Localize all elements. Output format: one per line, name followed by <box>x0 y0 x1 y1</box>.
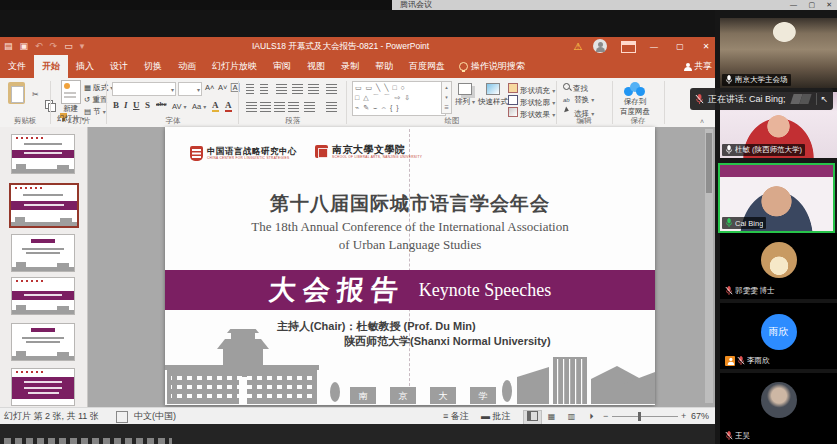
slide-thumbnail-4[interactable] <box>11 277 75 315</box>
change-case-icon[interactable]: Aa ▾ <box>192 102 206 111</box>
zoom-in-icon[interactable]: + <box>681 408 686 425</box>
tab-baidu-netdisk[interactable]: 百度网盘 <box>401 55 453 78</box>
reading-view-icon[interactable]: ▥ <box>563 410 580 423</box>
zoom-slider-thumb[interactable] <box>638 412 641 421</box>
justify-icon[interactable] <box>288 102 299 112</box>
shapes-gallery[interactable]: ▭ ▭ ╲ ╲ □ ○□ △ ⌒ ⌒ ⇨ ⇩⌁ ✎ ⌣ ⌢ { } <box>352 81 446 116</box>
participant-tile-cai-bing-active-speaker[interactable]: Cai Bing <box>718 163 835 233</box>
font-name-input[interactable]: ▾ <box>112 82 176 96</box>
tab-home[interactable]: 开始 <box>34 55 68 78</box>
undo-icon[interactable]: ↶ <box>35 37 43 55</box>
italic-icon[interactable]: I <box>124 100 128 110</box>
tab-help[interactable]: 帮助 <box>367 55 401 78</box>
tab-record[interactable]: 录制 <box>333 55 367 78</box>
tab-file[interactable]: 文件 <box>0 55 34 78</box>
shadow-icon[interactable]: S <box>145 100 150 110</box>
reset-button[interactable]: ↺ 重置 <box>84 95 107 105</box>
warning-icon[interactable]: ⚠ <box>571 37 585 55</box>
quick-styles-button[interactable]: 快速样式 <box>478 83 508 107</box>
slide-thumbnail-6[interactable] <box>11 368 75 406</box>
tab-view[interactable]: 视图 <box>299 55 333 78</box>
text-direction-icon[interactable] <box>326 84 337 94</box>
underline-icon[interactable]: U <box>133 100 140 110</box>
collapse-ribbon-icon[interactable]: ˄ <box>700 118 704 125</box>
tab-design[interactable]: 设计 <box>102 55 136 78</box>
grow-font-icon[interactable]: A˄ <box>205 83 214 92</box>
tab-animations[interactable]: 动画 <box>170 55 204 78</box>
slide-thumbnail-panel[interactable] <box>0 127 88 407</box>
bold-icon[interactable]: B <box>113 100 119 110</box>
save-to-baidu-button[interactable]: 保存到 百度网盘 <box>620 82 650 117</box>
meeting-close-icon[interactable]: ✕ <box>826 0 832 10</box>
slideshow-view-icon[interactable]: ⏵ <box>583 410 600 423</box>
slide-thumbnail-2-selected[interactable] <box>9 183 79 228</box>
align-text-icon[interactable] <box>326 102 337 112</box>
editing-area-scrollbar[interactable] <box>705 129 713 403</box>
shapes-gallery-scrollbar[interactable]: ▴▾☰ <box>441 81 452 114</box>
align-center-icon[interactable] <box>260 102 271 112</box>
participant-tile-guo-wenwen[interactable]: 郭雯雯 博士 <box>720 233 837 299</box>
participants-panel[interactable]: 南京大学主会场 杜敏 (陕西师范大学) Cai Bing 郭雯雯 博士 <box>715 10 837 444</box>
find-button[interactable]: 查找 <box>563 83 588 94</box>
ribbon-display-options-icon[interactable] <box>621 41 636 53</box>
ppt-close-icon[interactable]: ✕ <box>698 37 714 55</box>
paste-button[interactable] <box>8 82 25 104</box>
tab-insert[interactable]: 插入 <box>68 55 102 78</box>
collapse-overlay-icon[interactable]: ↖ <box>821 94 829 104</box>
share-button[interactable]: 共享 <box>684 55 712 78</box>
bullets-icon[interactable] <box>246 84 254 94</box>
slide-canvas[interactable]: 中国语言战略研究中心 CHINA CENTER FOR LINGUISTIC S… <box>165 127 655 405</box>
shrink-font-icon[interactable]: A˅ <box>218 83 227 92</box>
redo-icon[interactable]: ↷ <box>50 37 58 55</box>
participant-tile-nju-venue[interactable]: 南京大学主会场 <box>720 18 837 88</box>
align-left-icon[interactable] <box>246 102 257 112</box>
decrease-indent-icon[interactable] <box>276 84 287 94</box>
tab-review[interactable]: 审阅 <box>265 55 299 78</box>
group-label-paragraph: 段落 <box>240 116 346 126</box>
highlight-color-icon[interactable]: A <box>212 100 219 112</box>
ppt-restore-icon[interactable]: ▢ <box>672 37 688 55</box>
meeting-minimize-icon[interactable]: — <box>790 0 797 10</box>
increase-indent-icon[interactable] <box>292 84 303 94</box>
meeting-title: 腾讯会议 <box>400 0 432 10</box>
group-label-slides: 幻灯片 <box>52 116 106 126</box>
slide-thumbnail-5[interactable] <box>11 323 75 361</box>
slideshow-icon[interactable]: ▭ <box>64 37 73 55</box>
zoom-level[interactable]: 67% <box>691 408 709 425</box>
comments-toggle[interactable]: ▬ 批注 <box>481 408 511 425</box>
meeting-maximize-icon[interactable]: ▢ <box>808 0 815 10</box>
strikethrough-icon[interactable]: abc <box>156 100 167 108</box>
numbering-icon[interactable] <box>260 84 268 94</box>
account-avatar[interactable] <box>593 39 607 53</box>
layout-button[interactable]: ▦ 版式 ▾ <box>84 83 113 93</box>
avatar: 雨欣 <box>761 314 797 350</box>
char-spacing-icon[interactable]: A︎V ▾ <box>172 102 187 111</box>
spellcheck-icon[interactable] <box>116 411 128 423</box>
arrange-button[interactable]: 排列 ▾ <box>455 83 475 107</box>
ppt-minimize-icon[interactable]: — <box>646 37 662 55</box>
slide-sorter-view-icon[interactable]: ▦ <box>543 410 560 423</box>
slide-thumbnail-3[interactable] <box>11 234 75 272</box>
qat-dropdown-icon[interactable]: ▾ <box>80 37 85 55</box>
ppt-window-title: IAULS18 开幕式及大会报告-0821 - PowerPoint <box>252 37 429 55</box>
participant-tile-wang-hao[interactable]: 王昊 <box>720 373 837 444</box>
line-spacing-icon[interactable] <box>308 84 319 94</box>
notes-toggle[interactable]: ≡ 备注 <box>443 408 469 425</box>
save-icon[interactable]: ▣ <box>20 37 29 55</box>
tell-me-search[interactable]: 操作说明搜索 <box>453 55 531 78</box>
tab-slideshow[interactable]: 幻灯片放映 <box>204 55 265 78</box>
columns-icon[interactable] <box>304 102 315 112</box>
language-indicator[interactable]: 中文(中国) <box>134 408 176 425</box>
replace-button[interactable]: 替换 ▾ <box>563 95 594 105</box>
bottom-dark-strip <box>0 424 718 444</box>
zoom-out-icon[interactable]: − <box>603 408 608 425</box>
font-color-icon[interactable]: A <box>225 100 232 112</box>
align-right-icon[interactable] <box>274 102 285 112</box>
zoom-slider[interactable] <box>612 416 678 417</box>
tab-transitions[interactable]: 切换 <box>136 55 170 78</box>
font-size-input[interactable]: ▾ <box>178 82 202 96</box>
normal-view-icon[interactable] <box>523 410 542 425</box>
participant-tile-li-yuxin[interactable]: 雨欣 李雨欣 <box>720 303 837 369</box>
cut-icon[interactable] <box>32 83 41 92</box>
slide-thumbnail-1[interactable] <box>11 134 75 174</box>
